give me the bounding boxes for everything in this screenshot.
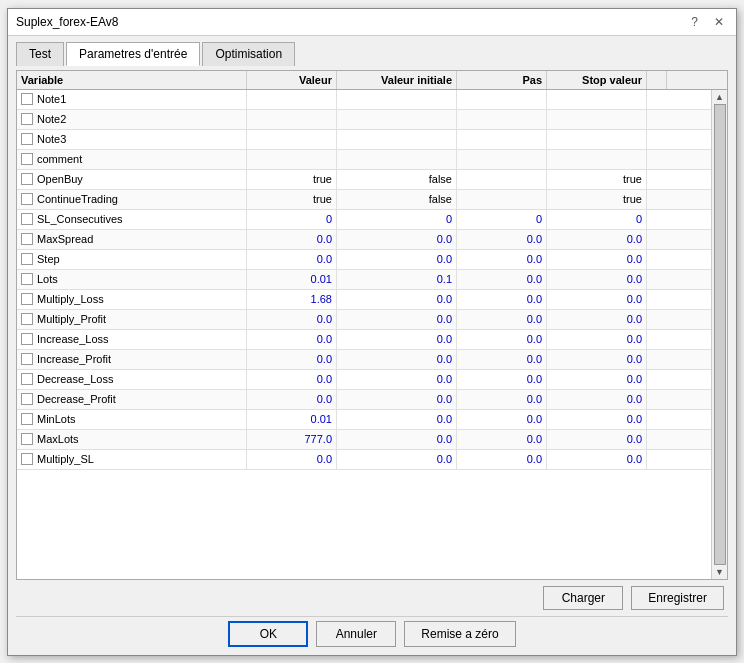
row-checkbox[interactable] (21, 133, 33, 145)
scroll-thumb[interactable] (714, 104, 726, 565)
row-checkbox[interactable] (21, 193, 33, 205)
scroll-down-button[interactable]: ▼ (715, 567, 724, 577)
variable-label: Increase_Loss (37, 333, 109, 345)
row-checkbox[interactable] (21, 93, 33, 105)
variable-label: Note1 (37, 93, 66, 105)
row-checkbox[interactable] (21, 453, 33, 465)
cell-valeur: 0.0 (247, 310, 337, 329)
window-title: Suplex_forex-EAv8 (16, 15, 119, 29)
cell-valeur: 0.01 (247, 270, 337, 289)
cell-pas: 0 (457, 210, 547, 229)
ok-button[interactable]: OK (228, 621, 308, 647)
cell-valeur-initiale: 0.0 (337, 370, 457, 389)
table-row: MaxSpread0.00.00.00.0 (17, 230, 711, 250)
cell-valeur: 0.0 (247, 250, 337, 269)
table-row: Note2 (17, 110, 711, 130)
cell-pas: 0.0 (457, 370, 547, 389)
cell-variable: Note1 (17, 90, 247, 109)
row-checkbox[interactable] (21, 213, 33, 225)
variable-label: Multiply_Loss (37, 293, 104, 305)
parameter-table: Variable Valeur Valeur initiale Pas Stop… (16, 70, 728, 580)
variable-label: SL_Consecutives (37, 213, 123, 225)
row-checkbox[interactable] (21, 173, 33, 185)
row-checkbox[interactable] (21, 313, 33, 325)
scrollbar[interactable]: ▲ ▼ (711, 90, 727, 579)
header-stop-valeur: Stop valeur (547, 71, 647, 89)
row-checkbox[interactable] (21, 333, 33, 345)
row-checkbox[interactable] (21, 393, 33, 405)
table-row: Note1 (17, 90, 711, 110)
row-checkbox[interactable] (21, 253, 33, 265)
cell-stop-valeur: 0.0 (547, 430, 647, 449)
variable-label: Increase_Profit (37, 353, 111, 365)
row-checkbox[interactable] (21, 413, 33, 425)
cell-variable: Decrease_Loss (17, 370, 247, 389)
cell-valeur: true (247, 190, 337, 209)
row-checkbox[interactable] (21, 293, 33, 305)
cell-pas: 0.0 (457, 430, 547, 449)
close-button[interactable]: ✕ (710, 15, 728, 29)
row-checkbox[interactable] (21, 353, 33, 365)
cell-stop-valeur: 0.0 (547, 230, 647, 249)
cell-variable: Decrease_Profit (17, 390, 247, 409)
cell-stop-valeur: 0.0 (547, 410, 647, 429)
cell-valeur: 0.0 (247, 370, 337, 389)
cell-stop-valeur: 0.0 (547, 350, 647, 369)
table-header: Variable Valeur Valeur initiale Pas Stop… (17, 71, 727, 90)
row-checkbox[interactable] (21, 113, 33, 125)
cell-variable: Multiply_Profit (17, 310, 247, 329)
row-checkbox[interactable] (21, 433, 33, 445)
enregistrer-button[interactable]: Enregistrer (631, 586, 724, 610)
table-row: Step0.00.00.00.0 (17, 250, 711, 270)
cell-stop-valeur (547, 130, 647, 149)
cell-valeur-initiale: 0.0 (337, 390, 457, 409)
cell-valeur-initiale: 0.0 (337, 410, 457, 429)
table-row: comment (17, 150, 711, 170)
cell-stop-valeur: true (547, 170, 647, 189)
variable-label: Lots (37, 273, 58, 285)
cell-variable: OpenBuy (17, 170, 247, 189)
table-row: Multiply_Loss1.680.00.00.0 (17, 290, 711, 310)
cell-pas: 0.0 (457, 230, 547, 249)
tab-optimisation[interactable]: Optimisation (202, 42, 295, 66)
table-row: Multiply_SL0.00.00.00.0 (17, 450, 711, 470)
cell-variable: MaxLots (17, 430, 247, 449)
row-checkbox[interactable] (21, 153, 33, 165)
cell-variable: Note3 (17, 130, 247, 149)
scroll-up-button[interactable]: ▲ (715, 92, 724, 102)
header-valeur: Valeur (247, 71, 337, 89)
cell-variable: SL_Consecutives (17, 210, 247, 229)
cell-stop-valeur: 0 (547, 210, 647, 229)
variable-label: comment (37, 153, 82, 165)
cell-valeur-initiale: false (337, 190, 457, 209)
cell-stop-valeur: 0.0 (547, 370, 647, 389)
cell-variable: MinLots (17, 410, 247, 429)
cell-valeur-initiale (337, 110, 457, 129)
annuler-button[interactable]: Annuler (316, 621, 396, 647)
table-row: Increase_Profit0.00.00.00.0 (17, 350, 711, 370)
cell-valeur-initiale: 0.0 (337, 290, 457, 309)
row-checkbox[interactable] (21, 273, 33, 285)
header-variable: Variable (17, 71, 247, 89)
variable-label: MaxSpread (37, 233, 93, 245)
table-row: Note3 (17, 130, 711, 150)
row-checkbox[interactable] (21, 373, 33, 385)
cell-variable: comment (17, 150, 247, 169)
tab-test[interactable]: Test (16, 42, 64, 66)
footer-buttons-row1: Charger Enregistrer (16, 580, 728, 616)
cell-valeur: 0 (247, 210, 337, 229)
table-body: Note1Note2Note3commentOpenBuytruefalsetr… (17, 90, 711, 579)
cell-stop-valeur: 0.0 (547, 450, 647, 469)
cell-stop-valeur: 0.0 (547, 310, 647, 329)
row-checkbox[interactable] (21, 233, 33, 245)
help-button[interactable]: ? (687, 15, 702, 29)
cell-valeur: 0.0 (247, 350, 337, 369)
charger-button[interactable]: Charger (543, 586, 623, 610)
remise-a-zero-button[interactable]: Remise a zéro (404, 621, 515, 647)
cell-valeur-initiale: 0.0 (337, 350, 457, 369)
table-row: Lots0.010.10.00.0 (17, 270, 711, 290)
variable-label: Decrease_Loss (37, 373, 113, 385)
cell-valeur-initiale: 0.0 (337, 230, 457, 249)
tab-parametres[interactable]: Parametres d'entrée (66, 42, 200, 66)
cell-valeur: 0.0 (247, 230, 337, 249)
